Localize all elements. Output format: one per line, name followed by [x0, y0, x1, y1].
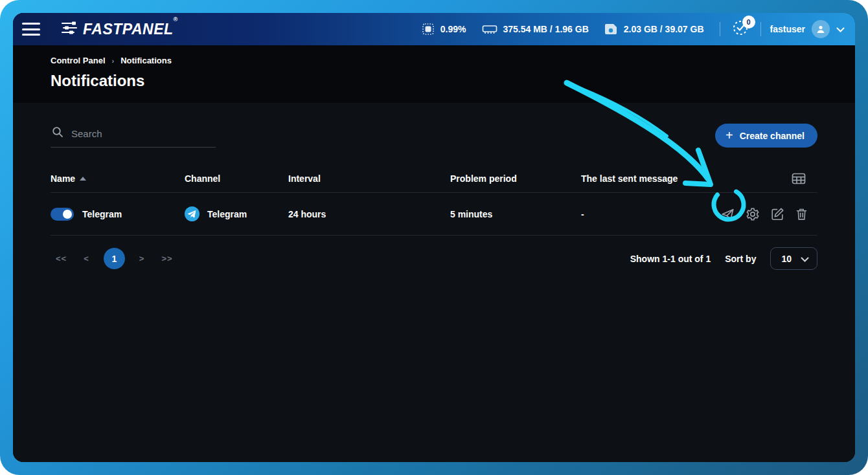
topbar: FASTPANEL® 0.99% [13, 13, 855, 45]
cpu-icon [422, 23, 435, 36]
telegram-icon [185, 206, 200, 221]
channel-type: Telegram [207, 209, 247, 219]
table-row: Telegram Telegram 24 hours 5 minutes - [51, 193, 817, 236]
fastpanel-logo[interactable]: FASTPANEL® [61, 21, 178, 38]
page-size-value: 10 [781, 254, 792, 264]
shown-count: Shown 1-1 out of 1 [630, 254, 711, 264]
create-channel-label: Create channel [740, 131, 805, 141]
cell-name: Telegram [51, 208, 185, 221]
settings-gear-button[interactable] [746, 207, 760, 221]
cpu-value: 0.99% [440, 24, 466, 34]
channel-enabled-toggle[interactable] [51, 208, 74, 221]
column-settings-button[interactable] [792, 173, 806, 184]
header-channel[interactable]: Channel [185, 173, 288, 184]
table-header-row: Name Channel Interval Problem period The… [51, 164, 817, 193]
search-icon [52, 126, 63, 140]
edit-button[interactable] [770, 207, 784, 221]
channel-name: Telegram [82, 209, 122, 219]
page-frame: FASTPANEL® 0.99% [0, 0, 868, 475]
logo-text: FASTPANEL® [83, 21, 178, 38]
plus-icon: + [725, 129, 733, 142]
breadcrumb-separator: › [112, 57, 115, 65]
avatar [812, 20, 830, 38]
ram-stat: 375.54 MB / 1.96 GB [482, 23, 589, 35]
disk-value: 2.03 GB / 39.07 GB [624, 24, 704, 34]
chevron-down-icon [836, 23, 845, 35]
cell-actions [713, 207, 817, 221]
header-name[interactable]: Name [51, 173, 185, 184]
search-input[interactable] [71, 128, 214, 139]
cell-last-sent: - [581, 209, 713, 219]
page-first-button[interactable]: << [51, 250, 72, 267]
breadcrumb-control-panel[interactable]: Control Panel [51, 56, 106, 65]
menu-hamburger-icon[interactable] [22, 23, 40, 36]
user-menu[interactable]: fastuser [770, 20, 845, 38]
breadcrumb: Control Panel › Notifications [51, 56, 817, 65]
header-actions [713, 173, 817, 184]
ram-value: 375.54 MB / 1.96 GB [503, 24, 589, 34]
disk-stat: 2.03 GB / 39.07 GB [604, 23, 704, 36]
cell-channel: Telegram [185, 206, 288, 221]
header-problem-period[interactable]: Problem period [450, 173, 581, 184]
page-current[interactable]: 1 [104, 248, 125, 269]
create-channel-button[interactable]: + Create channel [715, 124, 817, 148]
header-last-sent[interactable]: The last sent message [581, 173, 713, 184]
cpu-stat: 0.99% [422, 23, 466, 36]
header-interval[interactable]: Interval [288, 173, 450, 184]
topbar-separator [720, 22, 720, 36]
topbar-separator [760, 22, 761, 36]
app-window: FASTPANEL® 0.99% [13, 13, 855, 462]
pager-info: Shown 1-1 out of 1 Sort by 10 [630, 247, 817, 270]
page-size-select[interactable]: 10 [770, 247, 817, 270]
main-content: + Create channel Name Channel Interval P… [13, 103, 855, 462]
footer-text: FASTPANEL (C) 2024. ALL RIGHTS RESERVED. [13, 459, 855, 462]
ram-icon [482, 23, 497, 35]
delete-button[interactable] [795, 207, 808, 221]
page-header: Control Panel › Notifications Notificati… [13, 45, 855, 103]
breadcrumb-notifications[interactable]: Notifications [120, 56, 172, 65]
sort-asc-icon[interactable] [80, 177, 86, 181]
page-last-button[interactable]: >> [156, 250, 177, 267]
sliders-icon [61, 21, 78, 38]
send-test-message-button[interactable] [720, 207, 735, 221]
search-field[interactable] [51, 121, 216, 148]
tasks-button[interactable]: 0 [729, 18, 751, 40]
page-title: Notifications [51, 72, 817, 90]
topbar-right: 0.99% 375.54 MB / 1.96 GB [422, 18, 845, 40]
page-prev-button[interactable]: < [78, 250, 95, 267]
toolbar: + Create channel [51, 121, 817, 148]
cell-interval: 24 hours [288, 209, 450, 219]
page-next-button[interactable]: > [134, 250, 150, 267]
username: fastuser [770, 24, 805, 34]
chevron-down-icon [801, 254, 809, 264]
pager: << < 1 > >> [51, 248, 178, 269]
tasks-badge: 0 [742, 16, 755, 28]
channels-table: Name Channel Interval Problem period The… [51, 164, 817, 236]
cell-problem-period: 5 minutes [450, 209, 581, 219]
pagination-bar: << < 1 > >> Shown 1-1 out of 1 Sort by 1… [51, 247, 817, 270]
disk-icon [604, 23, 618, 36]
sort-by-label: Sort by [725, 254, 756, 264]
